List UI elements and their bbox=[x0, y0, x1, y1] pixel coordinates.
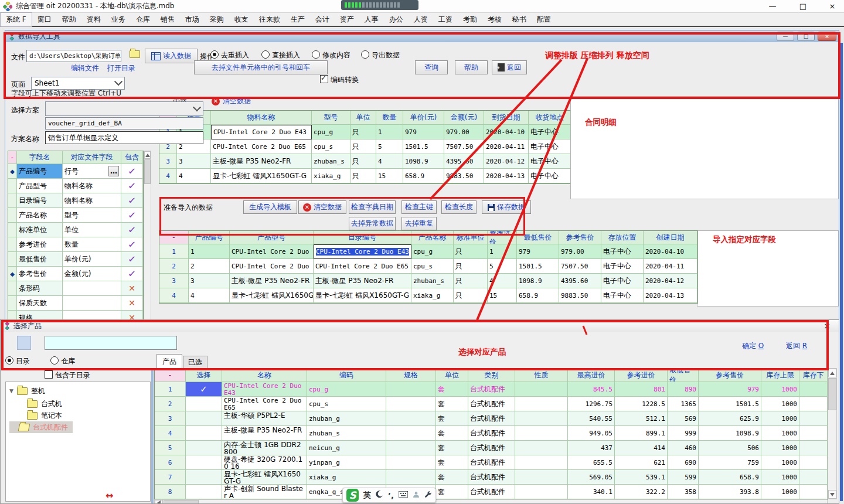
cell[interactable]: 1000 bbox=[761, 397, 799, 411]
cell[interactable]: 标准单位 bbox=[17, 223, 63, 237]
cell[interactable]: 只 bbox=[350, 154, 376, 169]
menu-item-13[interactable]: 资产 bbox=[335, 13, 359, 26]
cell[interactable]: 保质天数 bbox=[17, 296, 63, 311]
radio-operation-1[interactable]: 直接插入 bbox=[261, 50, 300, 60]
child-minimize-icon[interactable]: — bbox=[777, 32, 794, 41]
cell[interactable] bbox=[386, 426, 436, 441]
sogou-logo-icon[interactable]: S bbox=[346, 489, 359, 502]
cell[interactable]: 979 bbox=[403, 125, 444, 139]
cell[interactable]: 2 bbox=[155, 397, 186, 411]
cell[interactable]: 658.9 bbox=[517, 288, 559, 303]
cell[interactable]: 7507.50 bbox=[444, 139, 484, 154]
cell[interactable]: ✓ bbox=[121, 223, 143, 237]
check-length-button[interactable]: 检查长度 bbox=[441, 200, 477, 214]
cell[interactable] bbox=[515, 441, 568, 455]
cell[interactable]: 15 bbox=[488, 288, 517, 303]
cell[interactable]: 4 bbox=[159, 169, 177, 183]
radio-catalog[interactable]: 目录 bbox=[5, 356, 30, 366]
cell[interactable]: 电子中心 bbox=[529, 154, 571, 169]
cell[interactable]: 主板-微星 P35 Neo2-FR bbox=[222, 426, 307, 441]
cell[interactable]: ✓ bbox=[121, 179, 143, 193]
cell[interactable] bbox=[386, 441, 436, 455]
menu-item-2[interactable]: 帮助 bbox=[57, 13, 81, 26]
cell[interactable]: 套 bbox=[436, 382, 468, 397]
cell[interactable]: 9883.50 bbox=[444, 169, 484, 183]
tab-product[interactable]: 产品 bbox=[156, 354, 182, 369]
cell[interactable]: ✕ bbox=[121, 281, 143, 296]
cell[interactable] bbox=[386, 455, 436, 470]
cell[interactable]: CPU-Intel Core 2 Duo E65 bbox=[211, 139, 312, 154]
menu-item-5[interactable]: 仓库 bbox=[131, 13, 155, 26]
cell[interactable] bbox=[63, 296, 121, 311]
cell[interactable] bbox=[8, 223, 17, 237]
remove-duplicate-button[interactable]: 去掉重复 bbox=[401, 217, 437, 230]
cell[interactable]: 414 bbox=[615, 441, 668, 455]
menu-item-8[interactable]: 采购 bbox=[205, 13, 229, 26]
cell[interactable]: 437 bbox=[568, 441, 615, 455]
cell[interactable]: 979.00 bbox=[444, 125, 484, 139]
cell[interactable]: 9883.50 bbox=[559, 288, 601, 303]
cell[interactable]: 5 bbox=[376, 139, 403, 154]
browse-button[interactable]: … bbox=[108, 166, 119, 176]
cell[interactable]: 1365 bbox=[668, 397, 699, 411]
cell[interactable]: 1000 bbox=[761, 485, 799, 499]
cell[interactable]: 2020-04-13 bbox=[644, 288, 697, 303]
tree-item-3[interactable]: 台式机配件 bbox=[9, 421, 73, 433]
cell[interactable] bbox=[186, 426, 222, 441]
cell[interactable] bbox=[186, 441, 222, 455]
cell[interactable]: xiaka_g bbox=[411, 288, 454, 303]
cell[interactable]: 2 bbox=[159, 259, 189, 274]
cell[interactable]: 3 bbox=[159, 154, 177, 169]
radio-operation-3[interactable]: 导出数据 bbox=[361, 50, 400, 60]
menu-item-9[interactable]: 收支 bbox=[229, 13, 254, 26]
cell[interactable]: 主板-微星 P35 Neo2-FR bbox=[314, 274, 411, 288]
cell[interactable]: 2020-04-12 bbox=[644, 274, 697, 288]
scheme-select[interactable] bbox=[45, 101, 203, 116]
cell[interactable]: 参考售价 bbox=[17, 267, 63, 281]
cell[interactable]: 460 bbox=[668, 441, 699, 455]
cell[interactable]: 只 bbox=[350, 169, 376, 183]
cell[interactable]: 数量 bbox=[63, 237, 121, 252]
menu-item-20[interactable]: 秘书 bbox=[507, 13, 532, 26]
cell[interactable]: 658.9 bbox=[699, 470, 761, 485]
menu-item-14[interactable]: 人事 bbox=[359, 13, 384, 26]
cell[interactable]: ✕ bbox=[121, 296, 143, 311]
cell[interactable]: 3 bbox=[155, 411, 186, 426]
cell[interactable]: 套 bbox=[436, 455, 468, 470]
menu-item-16[interactable]: 人资 bbox=[409, 13, 433, 26]
minimize-icon[interactable]: — bbox=[760, 0, 785, 12]
cell[interactable] bbox=[386, 397, 436, 411]
cell[interactable]: ◆ bbox=[8, 267, 17, 281]
include-subdir-checkbox[interactable]: 包含子目录 bbox=[45, 370, 90, 380]
cell[interactable]: 949.05 bbox=[568, 426, 615, 441]
cell[interactable]: cpu_g bbox=[307, 382, 386, 397]
tree-item-0[interactable]: ▼整机 bbox=[9, 385, 50, 397]
cell[interactable]: 台式机配件 bbox=[468, 426, 515, 441]
tree-item-1[interactable]: 台式机 bbox=[27, 398, 67, 410]
cell[interactable]: 条形码 bbox=[17, 281, 63, 296]
cell[interactable]: 999 bbox=[668, 426, 699, 441]
cell[interactable] bbox=[186, 485, 222, 499]
cell[interactable] bbox=[515, 470, 568, 485]
menu-item-7[interactable]: 市场 bbox=[180, 13, 205, 26]
cell[interactable]: 1 bbox=[189, 244, 230, 259]
cell[interactable] bbox=[515, 382, 568, 397]
cell[interactable] bbox=[386, 470, 436, 485]
cell[interactable] bbox=[799, 485, 828, 499]
cell[interactable] bbox=[186, 455, 222, 470]
cell[interactable] bbox=[8, 296, 17, 311]
cell[interactable]: 1 bbox=[376, 125, 403, 139]
cell[interactable]: 套 bbox=[436, 485, 468, 499]
tree-item-2[interactable]: 笔记本 bbox=[27, 410, 67, 421]
cell[interactable]: 只 bbox=[454, 259, 488, 274]
cell[interactable] bbox=[386, 411, 436, 426]
cell[interactable]: xiaka_g bbox=[307, 470, 386, 485]
cell[interactable]: 899.1 bbox=[615, 426, 668, 441]
cell[interactable]: 5 bbox=[155, 441, 186, 455]
close-icon[interactable]: × bbox=[819, 0, 844, 12]
cell[interactable]: CPU-Intel Core 2 Duo E43 bbox=[222, 382, 307, 397]
cell[interactable]: 台式机配件 bbox=[468, 382, 515, 397]
cell[interactable] bbox=[8, 252, 17, 267]
cell[interactable]: 621 bbox=[615, 455, 668, 470]
ime-language-toggle[interactable]: 英 bbox=[363, 490, 371, 500]
